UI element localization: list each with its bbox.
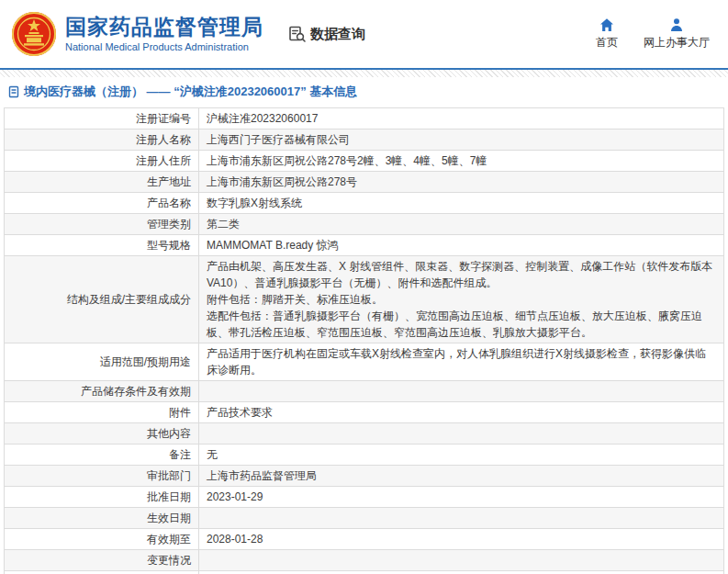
table-row: 附件产品技术要求: [5, 402, 724, 423]
table-row: 产品名称数字乳腺X射线系统: [5, 193, 724, 214]
row-value: 无: [199, 445, 724, 466]
row-label: 附件: [5, 402, 199, 423]
row-value: 上海市浦东新区周祝公路278号: [199, 172, 724, 193]
info-table: 注册证编号沪械注准20232060017注册人名称上海西门子医疗器械有限公司注册…: [4, 107, 724, 574]
user-icon: [669, 17, 684, 32]
agency-name-en: National Medical Products Administration: [65, 40, 263, 53]
row-label: 产品名称: [5, 193, 199, 214]
row-label: 审批部门: [5, 466, 199, 487]
table-row: 注册人名称上海西门子医疗器械有限公司: [5, 129, 724, 151]
nav-home[interactable]: 首页: [596, 17, 618, 51]
row-value: [199, 381, 724, 402]
row-label: 备注: [5, 445, 199, 466]
agency-names: 国家药品监督管理局 National Medical Products Admi…: [65, 15, 263, 53]
table-row: 变更情况: [5, 550, 724, 571]
row-value: 数字乳腺X射线系统: [199, 193, 724, 214]
data-query-link[interactable]: 数据查询: [287, 25, 365, 44]
top-nav: 首页 网上办事大厅: [596, 17, 710, 51]
row-value: 上海市浦东新区周祝公路278号2幢、3幢、4幢、5幢、7幢: [199, 151, 724, 172]
row-label: 其他内容: [5, 423, 199, 445]
row-value: 上海市药品监督管理局: [199, 466, 724, 487]
row-label: 型号规格: [5, 235, 199, 256]
table-row: 结构及组成/主要组成成分产品由机架、高压发生器、X 射线管组件、限束器、数字探测…: [5, 256, 724, 343]
row-label: 注册证编号: [5, 108, 199, 129]
data-query-label: 数据查询: [310, 26, 365, 43]
table-row: 有效期至2028-01-28: [5, 529, 724, 550]
row-label: 结构及组成/主要组成成分: [5, 256, 199, 343]
row-value: [199, 508, 724, 529]
table-row: 适用范围/预期用途产品适用于医疗机构在固定或车载X射线检查室内，对人体乳腺组织进…: [5, 343, 724, 381]
table-row: 其他内容: [5, 423, 724, 445]
table-row: 批准日期2023-01-29: [5, 487, 724, 508]
agency-name-cn: 国家药品监督管理局: [65, 15, 263, 39]
row-label: 管理类别: [5, 214, 199, 235]
row-value: 沪械注准20232060017: [199, 108, 724, 129]
table-row: 注册人住所上海市浦东新区周祝公路278号2幢、3幢、4幢、5幢、7幢: [5, 151, 724, 172]
site-header: 国家药品监督管理局 National Medical Products Admi…: [0, 0, 728, 68]
table-row: 注册证编号沪械注准20232060017: [5, 108, 724, 129]
hatch-strip: [0, 70, 728, 77]
china-national-emblem-icon: [11, 11, 57, 57]
row-value: MAMMOMAT B.ready 惊鸿: [199, 235, 724, 256]
row-label: 变更情况: [5, 550, 199, 571]
row-label: 有效期至: [5, 529, 199, 550]
table-row: 注详情: [5, 571, 724, 574]
table-row: 产品储存条件及有效期: [5, 381, 724, 402]
row-value: [199, 550, 724, 571]
home-icon: [599, 17, 614, 32]
table-row: 备注无: [5, 445, 724, 466]
row-label: 生效日期: [5, 508, 199, 529]
table-row: 型号规格MAMMOMAT B.ready 惊鸿: [5, 235, 724, 256]
row-value: 产品技术要求: [199, 402, 724, 423]
table-row: 生效日期: [5, 508, 724, 529]
agency-logo-group: 国家药品监督管理局 National Medical Products Admi…: [11, 11, 263, 57]
page: 国家药品监督管理局 National Medical Products Admi…: [0, 0, 728, 574]
nav-online-service-hall[interactable]: 网上办事大厅: [644, 17, 710, 51]
row-value: [199, 423, 724, 445]
row-value: 2023-01-29: [199, 487, 724, 508]
nav-online-service-hall-label: 网上办事大厅: [644, 35, 710, 51]
row-label: 注: [5, 571, 199, 574]
row-label: 适用范围/预期用途: [5, 343, 199, 381]
table-row: 审批部门上海市药品监督管理局: [5, 466, 724, 487]
row-value: 第二类: [199, 214, 724, 235]
row-value: 上海西门子医疗器械有限公司: [199, 129, 724, 151]
row-label: 注册人名称: [5, 129, 199, 151]
nav-home-label: 首页: [596, 35, 618, 51]
document-search-icon: [287, 25, 307, 44]
info-table-body: 注册证编号沪械注准20232060017注册人名称上海西门子医疗器械有限公司注册…: [5, 108, 724, 574]
document-icon: [7, 85, 20, 98]
row-label: 注册人住所: [5, 151, 199, 172]
row-label: 批准日期: [5, 487, 199, 508]
row-label: 生产地址: [5, 172, 199, 193]
row-value: 产品适用于医疗机构在固定或车载X射线检查室内，对人体乳腺组织进行X射线摄影检查，…: [199, 343, 724, 381]
row-value: 2028-01-28: [199, 529, 724, 550]
breadcrumb-text: 境内医疗器械（注册） —— “沪械注准20232060017” 基本信息: [24, 84, 357, 100]
row-value: 产品由机架、高压发生器、X 射线管组件、限束器、数字探测器、控制装置、成像工作站…: [199, 256, 724, 343]
row-label: 产品储存条件及有效期: [5, 381, 199, 402]
table-row: 管理类别第二类: [5, 214, 724, 235]
table-row: 生产地址上海市浦东新区周祝公路278号: [5, 172, 724, 193]
breadcrumb: 境内医疗器械（注册） —— “沪械注准20232060017” 基本信息: [0, 77, 728, 105]
row-value: 详情: [199, 571, 724, 574]
